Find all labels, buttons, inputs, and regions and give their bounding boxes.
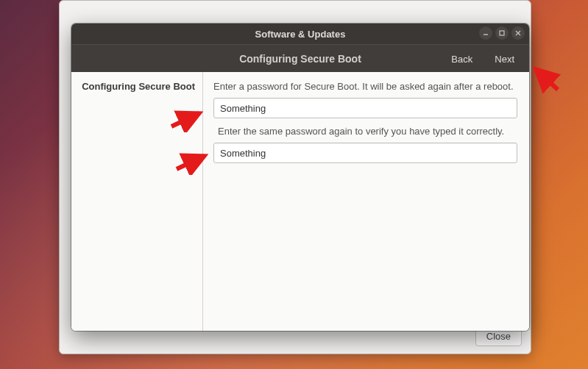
main-panel: Enter a password for Secure Boot. It wil…: [203, 72, 529, 331]
password-instruction: Enter a password for Secure Boot. It wil…: [213, 81, 517, 92]
window-title: Software & Updates: [71, 29, 529, 40]
content-area: Configuring Secure Boot Enter a password…: [71, 72, 529, 331]
close-icon[interactable]: [511, 26, 525, 40]
sidebar: Configuring Secure Boot: [71, 72, 203, 331]
password-input[interactable]: [213, 98, 517, 118]
headerbar: Configuring Secure Boot Back Next: [71, 44, 529, 74]
dialog-window: Software & Updates Configuring Secure Bo…: [71, 24, 529, 331]
confirm-password-input[interactable]: [213, 143, 517, 163]
confirm-instruction: Enter the same password again to verify …: [218, 126, 517, 137]
sidebar-heading: Configuring Secure Boot: [71, 81, 202, 92]
svg-rect-1: [500, 31, 504, 35]
back-button[interactable]: Back: [441, 48, 483, 70]
maximize-icon[interactable]: [495, 26, 509, 40]
desktop-background: Close Software & Updates Configuring Sec…: [0, 0, 588, 369]
next-button[interactable]: Next: [484, 48, 525, 70]
annotation-arrow-icon: [528, 65, 565, 94]
svg-line-4: [536, 69, 558, 90]
minimize-icon[interactable]: [479, 26, 492, 40]
titlebar: Software & Updates: [71, 24, 529, 44]
